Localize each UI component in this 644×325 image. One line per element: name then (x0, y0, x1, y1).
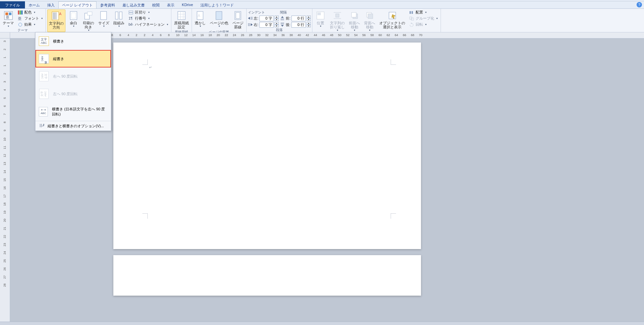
group-paragraph: インデント 左: ▲▼ 右: ▲▼ 間隔 前: (247, 9, 312, 32)
watermark-button[interactable]: A透かし▼ (193, 9, 207, 30)
svg-rect-1 (5, 12, 8, 15)
text-direction-label: 文字列の 方向 (49, 21, 64, 29)
svg-rect-46 (317, 12, 321, 15)
svg-text:1¶: 1¶ (129, 17, 133, 20)
svg-text:亜: 亜 (6, 15, 9, 19)
svg-rect-22 (129, 13, 133, 14)
svg-rect-9 (52, 12, 59, 20)
svg-text:bê-: bê- (129, 23, 133, 26)
svg-rect-4 (18, 10, 19, 15)
indent-left-spinner[interactable]: ▲▼ (275, 16, 279, 21)
indent-left-row: 左: ▲▼ (248, 15, 279, 21)
svg-rect-19 (115, 12, 118, 19)
manuscript-button[interactable]: 原稿用紙 設定 (173, 9, 190, 30)
svg-point-8 (19, 23, 22, 26)
group-page-setup: A 文字列の 方向 余白▼ 印刷の 向き▼ サイズ▼ 段組み▼ 区切り▼ 1¶行… (46, 9, 171, 32)
text-direction-icon: A (51, 10, 62, 21)
svg-rect-6 (21, 10, 23, 15)
group-manuscript: 原稿用紙 設定 原稿用紙 (171, 9, 192, 32)
line-numbers-button[interactable]: 1¶行番号▼ (127, 16, 170, 21)
tab-utilize[interactable]: 活用しよう！ワード (197, 1, 237, 8)
spacing-after-spinner[interactable]: ▲▼ (307, 22, 311, 27)
indent-title: インデント (248, 10, 279, 15)
svg-rect-17 (87, 12, 92, 15)
tab-kdrive[interactable]: KDrive (178, 1, 197, 8)
size-button[interactable]: サイズ▼ (97, 9, 111, 32)
spacing-before-input[interactable] (291, 16, 306, 21)
svg-rect-21 (129, 11, 133, 12)
tab-references[interactable]: 参考資料 (96, 1, 119, 8)
help-icon[interactable]: ? (637, 2, 642, 7)
columns-icon (113, 10, 124, 21)
page-borders-icon (232, 10, 243, 21)
fonts-icon: 亜 (18, 16, 23, 21)
colors-icon (18, 10, 23, 15)
hyphenation-button[interactable]: bê-ハイフネーション▼ (127, 22, 170, 27)
svg-rect-56 (412, 11, 413, 14)
tab-mailings[interactable]: 差し込み文書 (119, 1, 148, 8)
breaks-button[interactable]: 区切り▼ (127, 9, 170, 15)
effects-icon (18, 22, 23, 27)
group-button[interactable]: グループ化▼ (408, 16, 439, 21)
group-paragraph-label: 段落 (248, 28, 311, 32)
indent-left-input[interactable] (259, 16, 274, 21)
svg-rect-2 (9, 12, 11, 15)
send-back-icon (364, 10, 375, 21)
columns-button[interactable]: 段組み▼ (112, 9, 126, 32)
indent-right-row: 右: ▲▼ (248, 22, 279, 28)
tab-page-layout[interactable]: ページ レイアウト (58, 1, 96, 8)
size-icon (98, 10, 109, 21)
themes-button[interactable]: 亜 テーマ ▼ (1, 9, 15, 28)
spacing-before-icon (280, 16, 285, 20)
tab-home[interactable]: ホーム (25, 1, 44, 8)
tab-insert[interactable]: 挿入 (44, 1, 58, 8)
indent-right-input[interactable] (259, 22, 274, 28)
group-themes: 亜 テーマ ▼ 配色▼ 亜フォント▼ 効果▼ テーマ (0, 9, 46, 32)
spacing-after-input[interactable] (291, 22, 306, 28)
group-icon (409, 16, 414, 21)
svg-rect-55 (410, 11, 411, 14)
breaks-icon (128, 10, 134, 15)
page-borders-button[interactable]: ページ 罫線 (231, 9, 245, 30)
group-page-background: A透かし▼ ページの色▼ ページ 罫線 ページの背景 (192, 9, 247, 32)
themes-label: テーマ (3, 21, 14, 25)
position-button[interactable]: 位置▼ (314, 9, 327, 32)
orientation-icon (83, 10, 94, 21)
svg-rect-18 (101, 11, 107, 20)
effects-button[interactable]: 効果▼ (17, 22, 44, 27)
tab-review[interactable]: 校閲 (148, 1, 163, 8)
align-button[interactable]: 配置▼ (408, 9, 439, 15)
tab-file[interactable]: ファイル (0, 1, 25, 8)
fonts-button[interactable]: 亜フォント▼ (17, 16, 44, 21)
margins-button[interactable]: 余白▼ (67, 9, 80, 32)
position-icon (315, 10, 326, 21)
svg-rect-32 (216, 11, 222, 20)
page-color-button[interactable]: ページの色▼ (208, 9, 230, 30)
orientation-button[interactable]: 印刷の 向き▼ (82, 9, 95, 32)
text-direction-button[interactable]: A 文字列の 方向 (47, 9, 65, 32)
chevron-down-icon: ▼ (7, 25, 10, 27)
spacing-before-row: 前: ▲▼ (280, 15, 311, 21)
svg-rect-5 (20, 10, 21, 15)
manuscript-icon (176, 10, 187, 21)
svg-text:A: A (59, 12, 61, 16)
margins-icon (68, 10, 79, 21)
wrap-button[interactable]: 文字列の 折り返し▼ (329, 9, 346, 32)
spacing-after-icon (280, 23, 285, 27)
spacing-before-spinner[interactable]: ▲▼ (307, 16, 311, 21)
bring-front-button[interactable]: 前面へ 移動▼ (347, 9, 361, 32)
selection-pane-button[interactable]: オブジェクトの 選択と表示 (378, 9, 407, 32)
colors-button[interactable]: 配色▼ (17, 9, 44, 15)
ribbon-tabs: ファイル ホーム 挿入 ページ レイアウト 参考資料 差し込み文書 校閲 表示 … (0, 1, 644, 9)
tab-view[interactable]: 表示 (163, 1, 178, 8)
send-back-button[interactable]: 背面へ 移動▼ (363, 9, 376, 32)
align-icon (409, 10, 414, 15)
indent-right-spinner[interactable]: ▲▼ (275, 22, 279, 27)
svg-rect-25 (178, 11, 185, 20)
hyphenation-icon: bê- (128, 22, 134, 27)
page-color-icon (214, 10, 224, 21)
watermark-icon: A (195, 10, 205, 21)
svg-rect-53 (368, 14, 373, 19)
rotate-button[interactable]: 回転▼ (408, 22, 439, 27)
ribbon: 亜 テーマ ▼ 配色▼ 亜フォント▼ 効果▼ テーマ A 文字列の 方向 余白▼… (0, 9, 644, 32)
